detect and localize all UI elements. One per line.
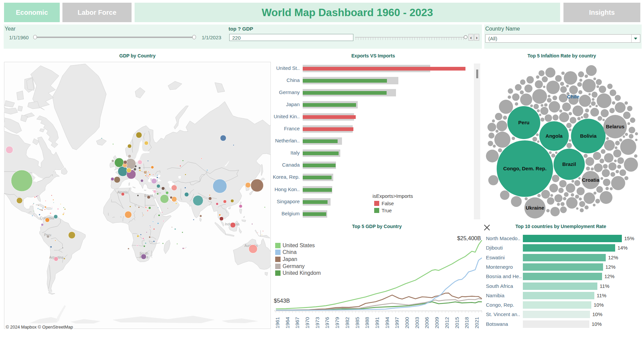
svg-text:1973: 1973 bbox=[314, 317, 320, 329]
svg-text:Angola: Angola bbox=[546, 133, 563, 139]
svg-text:Congo, Dem. Rep.: Congo, Dem. Rep. bbox=[503, 166, 546, 171]
svg-text:Peru: Peru bbox=[518, 120, 529, 125]
svg-text:2012: 2012 bbox=[444, 317, 450, 329]
svg-text:Ukraine: Ukraine bbox=[526, 205, 544, 211]
svg-text:2003: 2003 bbox=[414, 317, 420, 329]
svg-text:1979: 1979 bbox=[334, 317, 340, 329]
svg-text:1991: 1991 bbox=[374, 317, 380, 329]
svg-text:2006: 2006 bbox=[424, 317, 430, 329]
svg-text:Belarus: Belarus bbox=[606, 124, 624, 129]
svg-text:1997: 1997 bbox=[394, 317, 400, 329]
svg-text:Brazil: Brazil bbox=[562, 161, 576, 167]
svg-text:2018: 2018 bbox=[464, 317, 469, 329]
svg-text:1985: 1985 bbox=[354, 317, 360, 329]
svg-text:2000: 2000 bbox=[404, 317, 410, 329]
svg-text:Croatia: Croatia bbox=[582, 177, 599, 183]
svg-text:1982: 1982 bbox=[344, 317, 350, 329]
svg-text:2015: 2015 bbox=[454, 317, 460, 329]
svg-text:Bolivia: Bolivia bbox=[580, 133, 597, 139]
svg-text:1988: 1988 bbox=[364, 317, 370, 329]
svg-text:Chile: Chile bbox=[567, 94, 580, 99]
svg-text:1994: 1994 bbox=[384, 317, 390, 329]
svg-text:1961: 1961 bbox=[275, 317, 280, 329]
svg-text:1967: 1967 bbox=[294, 317, 300, 329]
svg-text:1976: 1976 bbox=[324, 317, 330, 329]
svg-text:2009: 2009 bbox=[434, 317, 440, 329]
svg-text:2021: 2021 bbox=[474, 317, 480, 329]
svg-text:1964: 1964 bbox=[285, 317, 290, 329]
svg-text:1970: 1970 bbox=[304, 317, 310, 329]
